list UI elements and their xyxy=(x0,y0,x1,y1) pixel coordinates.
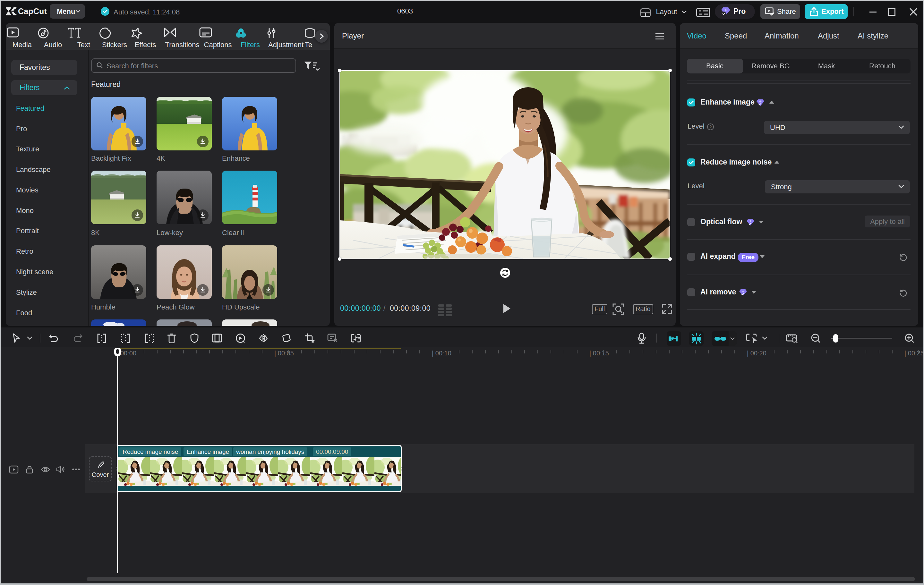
svg-text:?: ? xyxy=(710,124,711,129)
